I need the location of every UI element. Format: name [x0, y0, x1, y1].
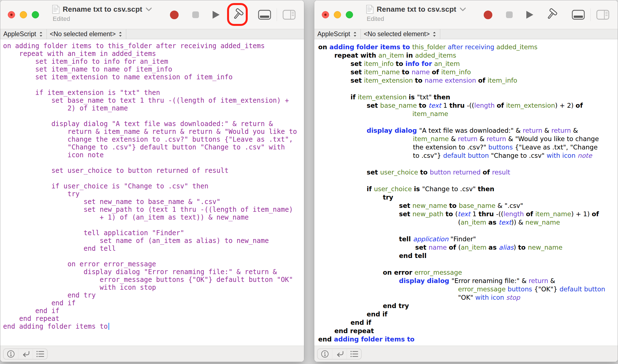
navigation-bar: AppleScript <No selected element>: [0, 29, 304, 39]
zoom-button[interactable]: [346, 11, 353, 18]
code-editor-right[interactable]: on adding folder items to this_folder af…: [314, 39, 618, 346]
accessory-pane-icon: [596, 10, 609, 20]
toolbar: [170, 3, 296, 26]
edited-badge: Edited: [53, 15, 152, 23]
list-icon: [349, 350, 359, 358]
info-icon: [7, 350, 15, 358]
code-line: if user_choice is "Change to .csv" then: [318, 185, 618, 193]
toolbar: [484, 3, 609, 26]
record-button[interactable]: [484, 11, 492, 19]
code-line: (an_item as text)) & new_name: [318, 218, 618, 227]
language-popup[interactable]: AppleScript: [0, 29, 47, 39]
chevron-down-icon[interactable]: [459, 7, 466, 12]
code-line: set base_name to text 1 thru -((length o…: [318, 101, 618, 110]
code-line: display dialog "Error renaming file:" & …: [318, 277, 618, 285]
close-button[interactable]: [8, 11, 15, 18]
title-bar: Rename txt to csv.scpt Edited: [0, 0, 304, 29]
title-group: Rename txt to csv.scpt Edited: [52, 5, 152, 23]
language-popup-label: AppleScript: [3, 30, 36, 38]
show-log-button[interactable]: [33, 349, 47, 359]
code-line: end tell: [318, 252, 618, 260]
show-result-button[interactable]: [332, 349, 347, 359]
applescript-source-uncompiled: on adding folder items to this_folder af…: [3, 42, 297, 330]
toggle-bottom-pane-button[interactable]: [572, 10, 585, 20]
up-down-arrows-icon: [353, 31, 357, 38]
stop-button[interactable]: [192, 11, 199, 18]
toolbar-divider: [590, 8, 591, 21]
code-line: end repeat: [318, 327, 618, 335]
element-popup[interactable]: <No selected element>: [47, 29, 126, 39]
code-line: set item_name to name of item_info: [318, 68, 618, 76]
chevron-down-icon[interactable]: [145, 7, 152, 12]
code-line: set new_path to (text 1 thru -((length o…: [318, 210, 618, 218]
element-popup[interactable]: <No selected element>: [361, 29, 440, 39]
stop-icon: [506, 11, 513, 18]
code-line: to .csv"} default button "Change to .csv…: [318, 151, 618, 160]
up-down-arrows-icon: [432, 31, 436, 38]
toggle-accessory-pane-button[interactable]: [283, 10, 296, 20]
code-line: repeat with an_item in added_items: [318, 51, 618, 60]
code-editor-left[interactable]: on adding folder items to this_folder af…: [0, 39, 304, 346]
bottom-pane-icon: [258, 10, 271, 20]
traffic-lights: [322, 11, 353, 18]
code-line: set new_name to base_name & ".csv": [318, 201, 618, 210]
record-button[interactable]: [170, 11, 179, 19]
compile-button[interactable]: [227, 3, 249, 26]
code-line: set item_info to info for an_item: [318, 60, 618, 68]
title-group: Rename txt to csv.scpt Edited: [366, 5, 466, 23]
minimize-button[interactable]: [20, 11, 27, 18]
navigation-bar: AppleScript <No selected element>: [314, 29, 618, 39]
stop-button[interactable]: [506, 11, 513, 18]
view-segmented-control: [3, 348, 48, 360]
desktop: { "colors": { "uncompiled_code_purple": …: [0, 0, 618, 364]
toolbar-divider: [277, 8, 277, 21]
code-line: set item_extension to name extension of …: [318, 76, 618, 85]
stop-icon: [192, 11, 199, 18]
code-line: [318, 176, 618, 185]
show-log-button[interactable]: [347, 349, 361, 359]
code-line: set user_choice to button returned of re…: [318, 168, 618, 176]
code-line: on adding folder items to this_folder af…: [318, 43, 618, 51]
close-button[interactable]: [322, 11, 329, 18]
toggle-bottom-pane-button[interactable]: [258, 10, 271, 20]
hammer-icon: [544, 8, 559, 22]
run-icon: [526, 11, 533, 19]
code-line: error_message buttons {"OK"} default but…: [318, 285, 618, 293]
record-icon: [170, 11, 179, 19]
view-segmented-control: [317, 348, 362, 360]
toggle-accessory-pane-button[interactable]: [596, 10, 609, 20]
document-proxy-icon[interactable]: [366, 5, 374, 14]
language-popup[interactable]: AppleScript: [314, 29, 361, 39]
return-icon: [335, 350, 344, 358]
hammer-icon: [230, 8, 245, 22]
code-line: [318, 85, 618, 93]
show-result-button[interactable]: [18, 349, 33, 359]
run-button[interactable]: [526, 11, 533, 19]
script-editor-window-right: Rename txt to csv.scpt Edited: [314, 0, 618, 362]
zoom-button[interactable]: [32, 11, 39, 18]
show-description-button[interactable]: [4, 349, 18, 359]
run-button[interactable]: [213, 11, 220, 19]
run-icon: [213, 11, 220, 19]
code-line: if item_extension is "txt" then: [318, 93, 618, 101]
status-bar: [314, 346, 618, 362]
code-line: tell application "Finder": [318, 235, 618, 243]
window-title: Rename txt to csv.scpt: [63, 5, 142, 14]
document-proxy-icon[interactable]: [52, 5, 60, 14]
element-popup-label: <No selected element>: [364, 30, 430, 38]
code-line: item_name & return & return & "Would you…: [318, 135, 618, 143]
applescript-source-compiled: on adding folder items to this_folder af…: [314, 39, 618, 343]
traffic-lights: [8, 11, 39, 18]
show-description-button[interactable]: [318, 349, 332, 359]
navbar-divider: [440, 29, 440, 39]
code-line: "OK" with icon stop: [318, 293, 618, 302]
code-line: end try: [318, 302, 618, 310]
navbar-divider: [126, 29, 126, 39]
compile-button[interactable]: [541, 3, 562, 26]
minimize-button[interactable]: [334, 11, 341, 18]
return-icon: [21, 350, 30, 358]
edited-badge: Edited: [367, 15, 466, 23]
info-icon: [321, 350, 329, 358]
code-line: set name of (an_item as alias) to new_na…: [318, 243, 618, 252]
accessory-pane-icon: [283, 10, 296, 20]
